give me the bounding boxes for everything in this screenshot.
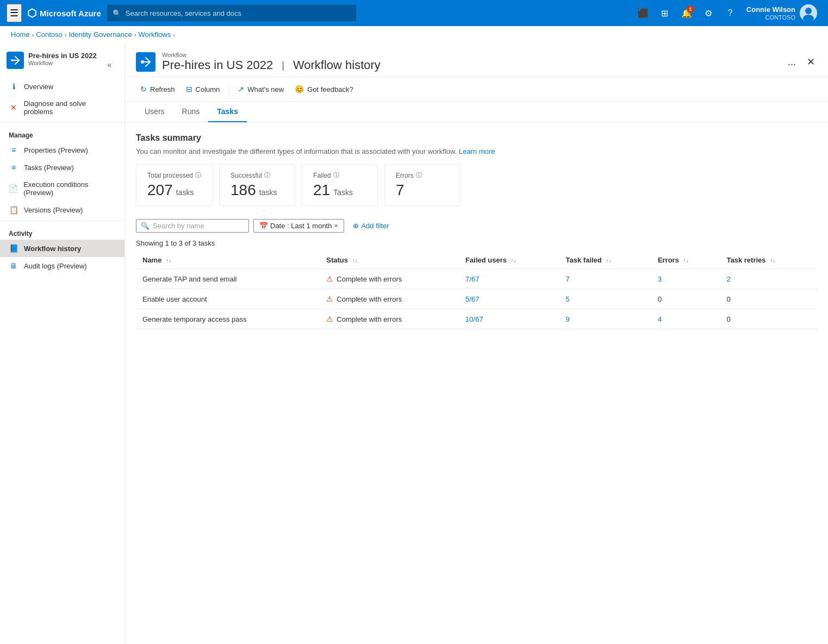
filter-row: 🔍 📅 Date : Last 1 month ✕ ⊕ Add filter [136, 219, 817, 233]
sidebar-item-audit-logs[interactable]: 🖥 Audit logs (Preview) [0, 257, 124, 274]
search-by-name-input[interactable] [153, 222, 244, 230]
column-icon: ⊟ [186, 85, 192, 93]
portal-menu-button[interactable]: ⊞ [655, 3, 675, 23]
errors-link[interactable]: 3 [658, 275, 662, 283]
sidebar-item-execution[interactable]: 📄 Execution conditions (Preview) [0, 176, 124, 201]
sidebar-activity-label: Activity [0, 223, 124, 240]
search-input[interactable] [126, 9, 351, 17]
col-header-status[interactable]: Status ↑↓ [320, 252, 459, 269]
workflow-icon [7, 52, 24, 69]
row-3-retries: 0 [720, 309, 817, 329]
settings-button[interactable]: ⚙ [699, 3, 718, 23]
tasks-summary-section: Tasks summary You can monitor and invest… [125, 122, 828, 340]
add-filter-label: Add filter [361, 222, 389, 230]
task-failed-link[interactable]: 7 [566, 275, 570, 283]
column-label: Column [196, 85, 220, 93]
sidebar-divider-1 [0, 122, 124, 123]
feedback-button[interactable]: 😊 Got feedback? [290, 82, 358, 97]
user-menu[interactable]: Connie Wilson CONTOSO [742, 2, 821, 24]
info-icon-failed[interactable]: ⓘ [333, 171, 339, 179]
sort-icon-status: ↑↓ [352, 258, 358, 264]
refresh-label: Refresh [150, 85, 175, 93]
notification-button[interactable]: 🔔 1 [677, 3, 696, 23]
col-header-failed-users[interactable]: Failed users ↑↓ [459, 252, 559, 269]
sort-icon-name: ↑↓ [166, 258, 171, 264]
brand-logo: ⬡ Microsoft Azure [27, 7, 101, 20]
row-2-errors: 0 [651, 289, 720, 309]
user-org: CONTOSO [746, 14, 795, 21]
tab-users[interactable]: Users [136, 102, 173, 122]
cloud-shell-button[interactable]: ⬛ [633, 3, 653, 23]
row-3-errors: 4 [651, 309, 720, 329]
task-failed-link[interactable]: 9 [566, 315, 570, 323]
retries-link[interactable]: 2 [727, 275, 731, 283]
breadcrumb-identity-governance[interactable]: Identity Governance [69, 30, 132, 39]
top-navigation: ☰ ⬡ Microsoft Azure 🔍 ⬛ ⊞ 🔔 1 ⚙ ? Connie… [0, 0, 828, 26]
breadcrumb-sep-1: › [32, 32, 34, 38]
info-icon-successful[interactable]: ⓘ [264, 171, 270, 179]
col-header-task-failed[interactable]: Task failed ↑↓ [559, 252, 651, 269]
sidebar-item-workflow-history[interactable]: 📘 Workflow history [0, 240, 124, 257]
row-1-failed-users: 7/67 [459, 269, 559, 289]
stat-unit-failed: Tasks [333, 188, 353, 197]
sidebar-item-label: Diagnose and solve problems [24, 99, 116, 116]
col-header-task-retries[interactable]: Task retries ↑↓ [720, 252, 817, 269]
breadcrumb-workflows[interactable]: Workflows [138, 30, 171, 39]
breadcrumb-home[interactable]: Home [11, 30, 30, 39]
stat-cards: Total processed ⓘ 207 tasks Successful ⓘ… [136, 164, 817, 206]
row-3-task-failed: 9 [559, 309, 651, 329]
breadcrumb-sep-2: › [65, 32, 67, 38]
sidebar-collapse-button[interactable]: « [105, 58, 114, 71]
sort-icon-task-retries: ↑↓ [770, 258, 775, 264]
row-1-retries: 2 [720, 269, 817, 289]
filter-icon: 📅 [259, 222, 268, 230]
main-layout: Pre-hires in US 2022 Workflow « ℹ Overvi… [0, 43, 828, 643]
hamburger-menu-button[interactable]: ☰ [7, 4, 22, 22]
tab-runs[interactable]: Runs [173, 102, 209, 122]
warning-icon: ⚠ [326, 295, 333, 303]
tab-tasks[interactable]: Tasks [208, 102, 247, 122]
sidebar-item-diagnose[interactable]: ✕ Diagnose and solve problems [0, 95, 124, 120]
close-button[interactable]: ✕ [805, 54, 817, 70]
errors-link[interactable]: 4 [658, 315, 662, 323]
sidebar-item-properties[interactable]: ≡ Properties (Preview) [0, 141, 124, 159]
col-header-name[interactable]: Name ↑↓ [136, 252, 320, 269]
warning-icon: ⚠ [326, 315, 333, 323]
search-wrap[interactable]: 🔍 [136, 219, 249, 233]
info-icon-total[interactable]: ⓘ [195, 171, 201, 179]
breadcrumb-contoso[interactable]: Contoso [36, 30, 62, 39]
brand-name: Microsoft Azure [40, 9, 101, 18]
breadcrumb-sep-3: › [134, 32, 136, 38]
page-subtitle: Workflow history [293, 58, 381, 72]
sidebar-item-versions[interactable]: 📋 Versions (Preview) [0, 201, 124, 218]
sidebar-item-tasks[interactable]: ≡ Tasks (Preview) [0, 159, 124, 176]
sidebar-item-label: Properties (Preview) [24, 146, 88, 154]
failed-users-link[interactable]: 7/67 [465, 275, 479, 283]
sidebar-item-label: Workflow history [24, 245, 81, 253]
results-count: Showing 1 to 3 of 3 tasks [136, 239, 817, 247]
global-search[interactable]: 🔍 [107, 4, 357, 22]
page-title: Pre-hires in US 2022 [162, 58, 273, 72]
table-row: Generate temporary access pass ⚠ Complet… [136, 309, 817, 329]
col-header-errors[interactable]: Errors ↑↓ [651, 252, 720, 269]
tabs: Users Runs Tasks [125, 102, 828, 122]
info-icon-errors[interactable]: ⓘ [416, 171, 422, 179]
more-options-button[interactable]: ... [783, 54, 800, 70]
learn-more-link[interactable]: Learn more [459, 147, 495, 155]
task-failed-link[interactable]: 5 [566, 295, 570, 303]
sidebar-item-overview[interactable]: ℹ Overview [0, 78, 124, 95]
stat-card-total: Total processed ⓘ 207 tasks [136, 164, 213, 206]
add-filter-button[interactable]: ⊕ Add filter [348, 220, 393, 232]
failed-users-link[interactable]: 10/67 [465, 315, 483, 323]
toolbar: ↻ Refresh ⊟ Column ↗ What's new 😊 Got fe… [125, 77, 828, 102]
failed-users-link[interactable]: 5/67 [465, 295, 479, 303]
whats-new-button[interactable]: ↗ What's new [233, 82, 288, 97]
versions-icon: 📋 [9, 205, 18, 214]
date-filter-tag[interactable]: 📅 Date : Last 1 month ✕ [253, 219, 344, 233]
content-area: Workflow Pre-hires in US 2022 | Workflow… [125, 43, 828, 643]
refresh-button[interactable]: ↻ Refresh [136, 82, 179, 97]
column-button[interactable]: ⊟ Column [182, 82, 225, 97]
sidebar-manage-label: Manage [0, 125, 124, 141]
help-button[interactable]: ? [720, 3, 740, 23]
sidebar-item-label: Tasks (Preview) [24, 164, 74, 172]
